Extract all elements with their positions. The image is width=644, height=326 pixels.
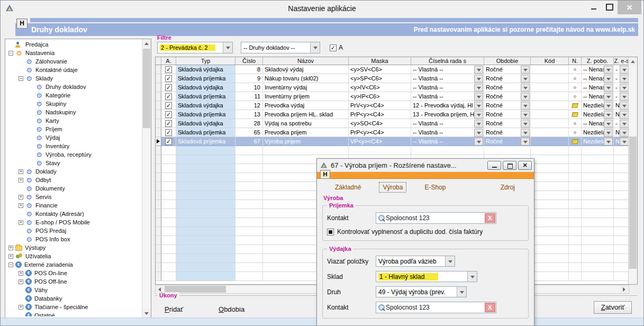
cell-rada[interactable]: 13 - Prevodka príjem, H bbox=[411, 110, 484, 119]
cell-zes[interactable] bbox=[614, 164, 629, 173]
chevron-down-icon[interactable] bbox=[521, 93, 530, 101]
cell-maska[interactable]: PrP<y><C4> bbox=[349, 128, 411, 137]
sidebar-item[interactable]: Kategórie bbox=[6, 91, 141, 99]
sidebar-item[interactable]: Výdaj bbox=[6, 133, 141, 142]
scroll-down-icon[interactable] bbox=[142, 309, 151, 318]
cell-cislo[interactable]: 67 bbox=[235, 137, 263, 146]
cell-cislo[interactable]: 11 bbox=[235, 92, 263, 101]
cell-kod[interactable] bbox=[531, 272, 569, 281]
chevron-down-icon[interactable] bbox=[474, 102, 483, 110]
cell-rada[interactable]: -- Vlastná -- bbox=[411, 128, 484, 137]
cell-kod[interactable] bbox=[531, 218, 569, 227]
table-row[interactable]: ✓Skladová výdajka12Prevodka výdajPrV<y><… bbox=[156, 101, 629, 110]
cell-zpobo[interactable] bbox=[582, 272, 614, 281]
table-row[interactable]: ✓Skladová príjemka67Výroba prijemVP<y><C… bbox=[156, 137, 629, 146]
cell-zes[interactable]: - bbox=[614, 74, 629, 83]
cell-cislo[interactable] bbox=[235, 245, 263, 254]
cell-rada[interactable] bbox=[411, 146, 484, 155]
cell-typ[interactable] bbox=[176, 209, 235, 218]
cell-zpobo[interactable] bbox=[582, 236, 614, 245]
sidebar-item[interactable]: POS Info box bbox=[6, 235, 141, 243]
cell-nazov[interactable]: Inventúrny výdaj bbox=[263, 83, 349, 92]
cell-kod[interactable] bbox=[531, 254, 569, 263]
cell-zpobo[interactable]: Nezdielať bbox=[582, 101, 614, 110]
row-selector[interactable] bbox=[156, 263, 161, 272]
sidebar-item[interactable]: € Databanky bbox=[6, 294, 141, 303]
sidebar-item[interactable]: + € POS Off-line bbox=[6, 277, 141, 286]
column-header-a[interactable]: A. bbox=[161, 57, 176, 65]
row-selector[interactable] bbox=[156, 110, 161, 119]
doctype-filter-select[interactable]: -- Druhy dokladov -- bbox=[241, 42, 320, 53]
tree-expander-icon[interactable]: + bbox=[19, 279, 23, 284]
cell-kod[interactable] bbox=[531, 119, 569, 128]
column-header-cislo[interactable]: Číslo bbox=[235, 57, 263, 65]
cell-cislo[interactable]: 28 bbox=[235, 119, 263, 128]
sidebar-item[interactable]: − € Externé zariadenia bbox=[6, 260, 141, 269]
sidebar-item[interactable]: Predajca bbox=[6, 40, 141, 49]
tree-expander-icon[interactable]: + bbox=[19, 169, 23, 174]
sidebar-item[interactable]: + Odbyt bbox=[6, 176, 141, 184]
cell-cislo[interactable] bbox=[235, 182, 263, 191]
operation-filter-select[interactable]: 2 - Prevádzka č. 2 bbox=[157, 42, 233, 53]
row-active-checkbox[interactable]: ✓ bbox=[165, 102, 172, 109]
cell-zpobo[interactable]: -- Nenasta bbox=[582, 119, 614, 128]
cell-typ[interactable] bbox=[176, 245, 235, 254]
cell-typ[interactable] bbox=[176, 164, 235, 173]
cell-obdobie[interactable]: Ročné bbox=[484, 137, 531, 146]
cell-typ[interactable] bbox=[176, 155, 235, 164]
cell-zpobo[interactable] bbox=[582, 182, 614, 191]
cell-obdobie[interactable]: Ročné bbox=[484, 128, 531, 137]
maximize-icon[interactable] bbox=[602, 1, 618, 13]
cell-maska[interactable]: <y>IP<C6> bbox=[349, 92, 411, 101]
scroll-up-icon[interactable] bbox=[142, 39, 151, 48]
tab-vyroba[interactable]: Výroba bbox=[379, 182, 406, 193]
cell-typ[interactable] bbox=[176, 200, 235, 209]
cell-cislo[interactable] bbox=[235, 218, 263, 227]
cell-cislo[interactable] bbox=[235, 254, 263, 263]
cell-zes[interactable] bbox=[614, 146, 629, 155]
cell-zes[interactable] bbox=[614, 200, 629, 209]
cell-kod[interactable] bbox=[531, 110, 569, 119]
chevron-down-icon[interactable] bbox=[474, 138, 483, 146]
sidebar-item[interactable]: Nadskupiny bbox=[6, 108, 141, 116]
cell-typ[interactable] bbox=[176, 236, 235, 245]
cell-nazov[interactable] bbox=[263, 146, 349, 155]
chevron-down-icon[interactable] bbox=[604, 129, 613, 137]
tree-expander-icon[interactable]: + bbox=[19, 271, 23, 276]
sidebar-item[interactable]: Dokumenty bbox=[6, 184, 141, 193]
sidebar-item[interactable]: − Nastavenia bbox=[6, 49, 141, 57]
cell-kod[interactable] bbox=[531, 155, 569, 164]
row-selector[interactable] bbox=[156, 218, 161, 227]
sidebar-item[interactable]: + E-shop / POS Mobile bbox=[6, 218, 141, 227]
chevron-down-icon[interactable] bbox=[620, 75, 629, 83]
cell-zpobo[interactable]: -- Nenasta bbox=[582, 65, 614, 74]
chevron-down-icon[interactable] bbox=[521, 129, 530, 137]
sidebar-item[interactable]: + € Tlačiarne - špeciálne bbox=[6, 303, 141, 311]
sidebar-item[interactable]: Inventúry bbox=[6, 142, 141, 150]
row-selector[interactable] bbox=[156, 119, 161, 128]
cell-zpobo[interactable]: -- Nenasta bbox=[582, 92, 614, 101]
chevron-down-icon[interactable] bbox=[604, 93, 613, 101]
chevron-down-icon[interactable] bbox=[604, 102, 613, 110]
cell-zes[interactable] bbox=[614, 218, 629, 227]
cell-maska[interactable]: VP<y><C4> bbox=[349, 137, 411, 146]
row-selector[interactable] bbox=[156, 209, 161, 218]
row-active-checkbox[interactable]: ✓ bbox=[165, 111, 172, 118]
cell-obdobie[interactable]: Ročné bbox=[484, 83, 531, 92]
cell-rada[interactable]: 12 - Prevodka výdaj, Hl bbox=[411, 101, 484, 110]
row-selector[interactable] bbox=[156, 101, 161, 110]
row-selector[interactable] bbox=[156, 200, 161, 209]
tree-expander-icon[interactable]: + bbox=[8, 246, 13, 250]
cell-zes[interactable]: N bbox=[614, 110, 629, 119]
cell-maska[interactable]: <y>SP<C6> bbox=[349, 74, 411, 83]
cell-rada[interactable]: -- Vlastná -- bbox=[411, 119, 484, 128]
sidebar-item[interactable]: + Servis bbox=[6, 193, 141, 201]
row-active-checkbox[interactable]: ✓ bbox=[165, 138, 172, 145]
cell-zpobo[interactable] bbox=[582, 227, 614, 236]
cell-zes[interactable] bbox=[614, 245, 629, 254]
chevron-down-icon[interactable] bbox=[620, 93, 629, 101]
cell-typ[interactable]: Skladová výdajka bbox=[176, 83, 235, 92]
tab-zakladne[interactable]: Základné bbox=[332, 183, 364, 192]
close-icon[interactable]: ✕ bbox=[618, 1, 641, 14]
cell-typ[interactable]: Skladová príjemka bbox=[176, 74, 235, 83]
